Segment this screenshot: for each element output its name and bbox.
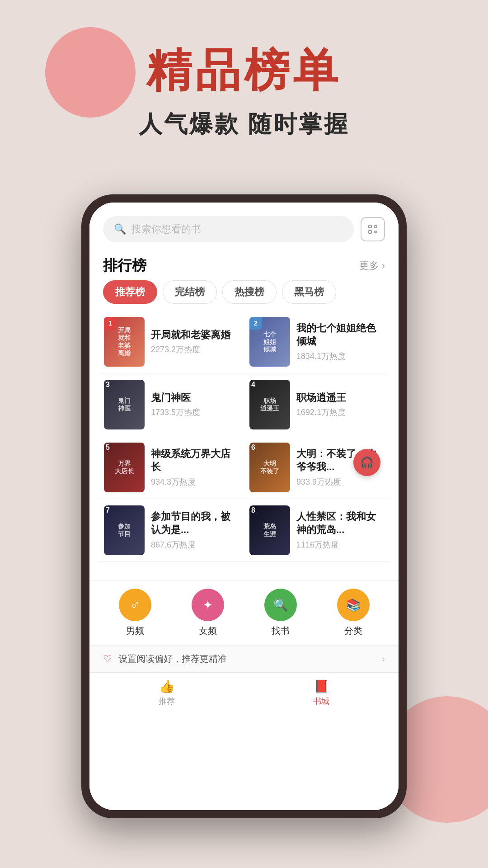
pref-heart-icon: ♡	[103, 653, 112, 665]
book-cover-7: 7 参加节目	[104, 505, 145, 555]
list-item[interactable]: 5 万界大店长 神级系统万界大店长 934.3万热度	[99, 436, 244, 499]
section-title: 排行榜	[103, 256, 146, 276]
book-heat-1: 2273.2万热度	[151, 344, 239, 355]
bookstore-tab-label: 书城	[313, 696, 329, 707]
cover-text-6: 大明不装了	[249, 443, 290, 492]
book-title-2: 我的七个姐姐绝色倾城	[296, 322, 384, 348]
ranking-tabs: 推荐榜 完结榜 热搜榜 黑马榜	[89, 280, 399, 311]
book-title-5: 神级系统万界大店长	[151, 448, 239, 473]
hero-section: 精品榜单 人气爆款 随时掌握	[0, 45, 488, 140]
cover-text-8: 荒岛生涯	[249, 505, 290, 555]
male-label: 男频	[126, 625, 144, 637]
book-info-3: 鬼门神医 1733.5万热度	[151, 392, 239, 418]
category-icons-row: ♂ 男频 ✦ 女频 🔍 找书	[89, 580, 399, 645]
book-heat-3: 1733.5万热度	[151, 407, 239, 418]
find-book-button[interactable]: 🔍 找书	[264, 589, 297, 637]
svg-rect-1	[374, 225, 377, 228]
pref-text: 设置阅读偏好，推荐更精准	[118, 653, 375, 665]
scan-button[interactable]	[361, 217, 385, 241]
book-cover-6: 6 大明不装了	[249, 443, 290, 492]
tab-recommended[interactable]: 推荐榜	[103, 280, 157, 304]
rank-badge-8: 8	[251, 506, 255, 514]
bottom-tab-bar: 👍 推荐 📕 书城	[89, 672, 399, 711]
book-heat-6: 933.9万热度	[296, 476, 384, 487]
recommend-icon: 👍	[159, 679, 175, 694]
book-info-1: 开局就和老婆离婚 2273.2万热度	[151, 329, 239, 355]
book-cover-3: 3 鬼门神医	[104, 380, 145, 429]
book-title-8: 人性禁区：我和女神的荒岛...	[296, 510, 384, 536]
preference-bar[interactable]: ♡ 设置阅读偏好，推荐更精准 ›	[89, 645, 399, 672]
book-cover-8: 8 荒岛生涯	[249, 505, 290, 555]
search-area: 🔍 搜索你想看的书	[89, 203, 399, 249]
male-icon-circle: ♂	[119, 589, 151, 621]
more-link[interactable]: 更多 ›	[359, 259, 385, 273]
rank-badge-4: 4	[251, 381, 255, 389]
book-heat-8: 1116万热度	[296, 539, 384, 550]
female-icon-circle: ✦	[192, 589, 224, 621]
list-item[interactable]: 7 参加节目 参加节目的我，被认为是... 867.6万热度	[99, 499, 244, 562]
rank-badge-2: 2	[249, 317, 262, 330]
find-icon-circle: 🔍	[264, 589, 297, 621]
category-button[interactable]: 📚 分类	[337, 589, 370, 637]
male-channel-button[interactable]: ♂ 男频	[119, 589, 151, 637]
book-cover-1: 1 开局就和老婆离婚	[104, 317, 145, 367]
book-info-8: 人性禁区：我和女神的荒岛... 1116万热度	[296, 510, 384, 550]
phone-outer-shell: 🔍 搜索你想看的书 排行榜 更多 ›	[81, 194, 407, 818]
rank-badge-1: 1	[104, 317, 117, 330]
pref-arrow-icon: ›	[382, 654, 385, 664]
category-icon-circle: 📚	[337, 589, 370, 621]
female-channel-button[interactable]: ✦ 女频	[192, 589, 224, 637]
book-heat-5: 934.3万热度	[151, 476, 239, 487]
recommend-tab-label: 推荐	[159, 696, 175, 707]
cover-text-5: 万界大店长	[104, 443, 145, 492]
hero-title: 精品榜单	[0, 45, 488, 95]
svg-point-3	[375, 231, 376, 233]
book-info-2: 我的七个姐姐绝色倾城 1834.1万热度	[296, 322, 384, 361]
search-bar[interactable]: 🔍 搜索你想看的书	[103, 216, 354, 242]
book-info-5: 神级系统万界大店长 934.3万热度	[151, 448, 239, 487]
list-item[interactable]: 4 职场逍遥王 职场逍遥王 1692.1万热度	[244, 373, 389, 436]
list-item[interactable]: 8 荒岛生涯 人性禁区：我和女神的荒岛... 1116万热度	[244, 499, 389, 562]
tab-dark-horse[interactable]: 黑马榜	[282, 280, 336, 304]
search-placeholder-text: 搜索你想看的书	[131, 222, 201, 236]
book-title-4: 职场逍遥王	[296, 392, 384, 405]
search-icon: 🔍	[114, 223, 126, 235]
cover-text-4: 职场逍遥王	[249, 380, 290, 429]
list-item[interactable]: 3 鬼门神医 鬼门神医 1733.5万热度	[99, 373, 244, 436]
bookstore-icon: 📕	[314, 679, 329, 694]
book-heat-4: 1692.1万热度	[296, 407, 384, 418]
list-item[interactable]: 1 开局就和老婆离婚 开局就和老婆离婚 2273.2万热度	[99, 311, 244, 373]
cover-text-3: 鬼门神医	[104, 380, 145, 429]
svg-rect-0	[369, 225, 371, 228]
book-title-3: 鬼门神医	[151, 392, 239, 405]
book-cover-4: 4 职场逍遥王	[249, 380, 290, 429]
book-title-1: 开局就和老婆离婚	[151, 329, 239, 342]
phone-screen: 🔍 搜索你想看的书 排行榜 更多 ›	[89, 203, 399, 810]
cover-text-7: 参加节目	[104, 505, 145, 555]
book-info-4: 职场逍遥王 1692.1万热度	[296, 392, 384, 418]
books-grid: 1 开局就和老婆离婚 开局就和老婆离婚 2273.2万热度 2 七个姐姐倾城	[89, 311, 399, 562]
book-heat-7: 867.6万热度	[151, 539, 239, 550]
rank-badge-5: 5	[106, 443, 110, 452]
rank-badge-7: 7	[106, 506, 110, 514]
category-label: 分类	[344, 625, 362, 637]
hero-subtitle: 人气爆款 随时掌握	[0, 108, 488, 140]
tab-recommend[interactable]: 👍 推荐	[159, 679, 175, 707]
female-label: 女频	[199, 625, 217, 637]
svg-rect-2	[369, 231, 371, 233]
book-heat-2: 1834.1万热度	[296, 351, 384, 362]
audio-float-button[interactable]: 🎧	[353, 449, 380, 476]
rank-badge-6: 6	[251, 443, 255, 452]
book-info-7: 参加节目的我，被认为是... 867.6万热度	[151, 510, 239, 550]
book-cover-2: 2 七个姐姐倾城	[249, 317, 290, 367]
list-item[interactable]: 2 七个姐姐倾城 我的七个姐姐绝色倾城 1834.1万热度	[244, 311, 389, 373]
rank-badge-3: 3	[106, 381, 110, 389]
book-title-7: 参加节目的我，被认为是...	[151, 510, 239, 536]
section-header: 排行榜 更多 ›	[89, 249, 399, 280]
book-cover-5: 5 万界大店长	[104, 443, 145, 492]
tab-hot-search[interactable]: 热搜榜	[222, 280, 277, 304]
find-label: 找书	[272, 625, 290, 637]
tab-completed[interactable]: 完结榜	[163, 280, 217, 304]
phone-mockup: 🔍 搜索你想看的书 排行榜 更多 ›	[81, 194, 407, 818]
tab-bookstore[interactable]: 📕 书城	[313, 679, 329, 707]
